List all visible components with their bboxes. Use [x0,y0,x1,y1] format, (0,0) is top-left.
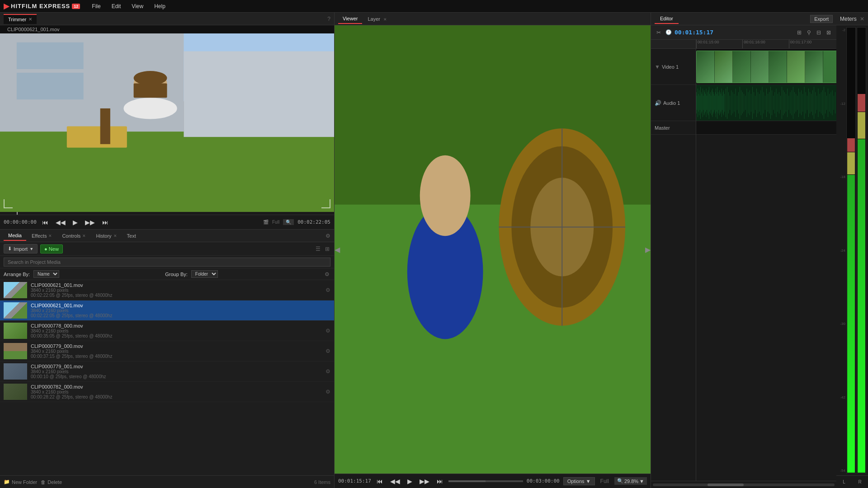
file-thumb [4,363,27,380]
timeline-ruler: 00:01:15:00 00:01:16:00 00:01:17:00 [696,40,836,49]
file-item[interactable]: CLIP0000779_001.mov 3840 x 2160 pixels 0… [0,361,334,382]
meters-bottom: L R [836,475,868,488]
tab-controls-close[interactable]: ✕ [82,234,86,238]
tab-media[interactable]: Media [4,231,26,241]
editor-scrollbar[interactable] [651,481,836,488]
tab-layer-close[interactable]: ✕ [383,17,387,22]
menu-edit[interactable]: Edit [107,1,126,11]
search-bar [0,256,334,268]
trimmer-time-start: 00:00:00:00 [4,219,37,225]
file-meta-dur: 00:00:35:05 @ 25fps, stereo @ 48000hz [31,333,322,338]
search-input[interactable] [4,258,330,267]
export-button[interactable]: Export [810,15,833,23]
svg-rect-85 [756,89,757,117]
tab-history-close[interactable]: ✕ [113,234,117,238]
viewer-btn-rewind[interactable]: ◀◀ [388,477,402,486]
ripple-icon[interactable]: ⊠ [825,28,833,37]
tab-effects[interactable]: Effects ✕ [27,231,57,240]
list-view-icon[interactable]: ☰ [315,245,321,253]
import-button[interactable]: ⬇ Import ▼ [4,244,38,253]
svg-rect-99 [776,89,777,117]
db-label: -2 [838,28,845,32]
trimmer-tab-close[interactable]: ✕ [28,17,32,22]
magnet-icon[interactable]: ⚲ [805,28,813,37]
db-label: -24 [838,249,845,253]
file-settings-icon[interactable]: ⚙ [326,328,330,334]
trimmer-btn-rewind[interactable]: ◀◀ [54,218,67,227]
menu-view[interactable]: View [127,1,148,11]
meters-content: -2 -12 -18 -24 -30 -42 -54 [836,25,868,475]
file-list: CLIP0000621_001.mov 3840 x 2160 pixels 0… [0,280,334,475]
tab-editor[interactable]: Editor [655,14,679,24]
split-icon[interactable]: ⊟ [815,28,823,37]
tab-controls[interactable]: Controls ✕ [57,231,90,240]
viewer-btn-start[interactable]: ⏮ [375,477,385,486]
group-select[interactable]: Folder [191,270,218,278]
tab-layer[interactable]: Layer ✕ [363,14,392,23]
delete-button[interactable]: 🗑 Delete [41,479,62,485]
trimmer-progress-bar[interactable] [0,212,334,215]
timeline-area: ▼ Video 1 🔊 Audio 1 Master [651,40,836,481]
main-layout: Trimmer ✕ ? CLIP0000621_001.mov [0,13,868,488]
menu-file[interactable]: File [87,1,105,11]
meters-close-icon[interactable]: ✕ [860,16,864,22]
file-settings-icon[interactable]: ⚙ [326,368,330,375]
arrange-select[interactable]: Name [33,270,59,278]
video-clip[interactable] [696,51,836,83]
file-item[interactable]: CLIP0000779_000.mov 3840 x 2160 pixels 0… [0,341,334,361]
editor-and-meters: Editor Export ✂ 🕐 00:01:15:17 ⊞ [651,13,868,488]
new-folder-button[interactable]: 📁 New Folder [4,479,37,485]
viewer-prev-arrow[interactable]: ◀ [335,245,340,254]
trimmer-help-icon[interactable]: ? [327,16,330,22]
corner-marker-bl [4,199,13,208]
svg-rect-39 [708,90,708,115]
file-item[interactable]: CLIP0000621_001.mov 3840 x 2160 pixels 0… [0,280,334,300]
trimmer-playhead [17,212,18,215]
svg-rect-103 [782,87,782,119]
arrange-settings-icon[interactable]: ⚙ [324,270,330,278]
tab-effects-close[interactable]: ✕ [48,234,52,238]
viewer-btn-play[interactable]: ▶ [406,477,414,486]
editor-btn-tools[interactable]: ✂ [655,28,663,37]
grid-view-icon[interactable]: ⊞ [324,245,330,253]
menu-help[interactable]: Help [150,1,170,11]
tab-viewer[interactable]: Viewer [338,14,362,24]
tab-history[interactable]: History ✕ [91,231,121,240]
trimmer-btn-start[interactable]: ⏮ [40,218,50,227]
trimmer-video-area [0,33,334,212]
trimmer-btn-play[interactable]: ▶ [71,218,80,227]
new-button[interactable]: ● New [40,244,63,253]
file-settings-icon[interactable]: ⚙ [326,287,330,293]
viewer-quality-label: Full [600,478,609,484]
trimmer-btn-end[interactable]: ⏭ [100,218,110,227]
trimmer-btn-forward[interactable]: ▶▶ [83,218,97,227]
import-icon: ⬇ [8,246,12,252]
svg-rect-93 [768,94,768,112]
options-button[interactable]: Options ▼ [563,477,595,485]
right-section: Editor Export ✂ 🕐 00:01:15:17 ⊞ [651,13,868,488]
file-item[interactable]: CLIP0000778_000.mov 3840 x 2160 pixels 0… [0,321,334,341]
svg-rect-90 [764,92,764,113]
file-settings-icon[interactable]: ⚙ [326,348,330,354]
trimmer-tab[interactable]: Trimmer ✕ [4,14,37,24]
svg-rect-95 [770,87,771,119]
viewer-btn-forward[interactable]: ▶▶ [418,477,431,486]
viewer-btn-end[interactable]: ⏭ [435,477,445,486]
tab-text[interactable]: Text [123,231,141,240]
viewer-zoom-control[interactable]: 🔍 29.8% ▼ [614,477,647,485]
file-item[interactable]: CLIP0000782_000.mov 3840 x 2160 pixels 0… [0,382,334,402]
file-item[interactable]: CLIP0000621_001.mov 3840 x 2160 pixels 0… [0,300,334,321]
svg-rect-73 [740,87,740,119]
svg-rect-124 [811,94,811,112]
media-panel-settings[interactable]: ⚙ [326,233,330,239]
svg-rect-49 [715,92,716,113]
svg-rect-134 [825,92,826,113]
viewer-next-arrow[interactable]: ▶ [645,245,651,254]
svg-rect-62 [724,94,725,112]
snap-icon[interactable]: ⊞ [795,28,803,37]
svg-rect-88 [761,90,761,115]
svg-rect-125 [812,90,813,115]
db-label: -54 [838,469,845,473]
viewer-progress[interactable] [448,480,523,482]
file-settings-icon[interactable]: ⚙ [326,389,330,395]
